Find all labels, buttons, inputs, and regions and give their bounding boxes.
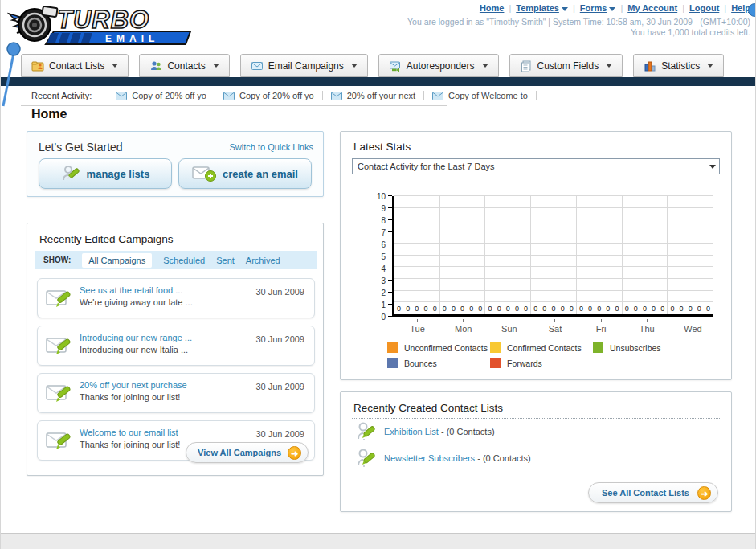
y-tick-label: 7 [381, 228, 386, 237]
campaign-title-link[interactable]: 20% off your next purchase [80, 380, 187, 390]
chart-day-column: 00000 [485, 196, 531, 314]
recent-activity-item[interactable]: Copy of 20% off yo [215, 91, 323, 100]
chevron-down-icon [213, 64, 219, 68]
campaigns-title: Recently Edited Campaigns [39, 233, 174, 245]
chart-x-axis: TueMonSunSatFriThuWed [394, 319, 716, 334]
x-tick-label: Sat [532, 324, 578, 334]
tab-contact-lists[interactable]: Contact Lists [21, 54, 129, 77]
tab-label: Contacts [167, 60, 205, 72]
chart-day-column: 00000 [668, 196, 713, 314]
gridline [394, 301, 713, 302]
envelope-icon [116, 92, 127, 100]
see-all-contact-lists-button[interactable]: See All Contact Lists ➜ [588, 482, 718, 503]
chart-y-axis: 012345678910 [371, 196, 392, 317]
legend-swatch [490, 342, 501, 353]
campaign-title-link[interactable]: See us at the retail food ... [80, 285, 193, 295]
nav-link-home[interactable]: Home [480, 3, 505, 13]
tab-label: Autoresponders [407, 60, 475, 72]
x-tick-cell: Sun [486, 319, 532, 334]
chevron-down-icon [112, 64, 118, 68]
campaign-title-link[interactable]: Welcome to our email list [80, 428, 180, 437]
chevron-down-icon [707, 64, 713, 68]
nav-link-forms[interactable]: Forms [580, 3, 607, 13]
recent-activity-item[interactable]: Copy of Welcome to [424, 91, 537, 100]
data-value-labels: 00000 [577, 305, 622, 313]
contact-list-link[interactable]: Newsletter Subscribers [384, 453, 475, 463]
campaign-title-link[interactable]: Introducing our new range ... [80, 333, 192, 342]
footer-strip [1, 533, 755, 549]
nav-link-templates[interactable]: Templates [516, 3, 559, 13]
divider [21, 105, 447, 106]
chevron-down-icon [606, 64, 612, 68]
custom-fields-icon [520, 59, 533, 72]
person-pencil-icon [61, 164, 80, 183]
campaign-list: See us at the retail food ... We're givi… [37, 278, 315, 468]
tab-email-campaigns[interactable]: Email Campaigns [240, 54, 368, 77]
chevron-down-icon [562, 7, 568, 11]
recent-activity-item[interactable]: 20% off your next [323, 91, 424, 100]
tab-statistics[interactable]: Statistics [633, 54, 724, 77]
nav-link-logout[interactable]: Logout [689, 3, 719, 13]
chart-plot: 00000000000000000000000000000000000 [392, 196, 713, 317]
envelope-edit-icon [46, 431, 72, 452]
tab-contacts[interactable]: Contacts [139, 54, 229, 77]
campaign-subtitle: We're giving away our late ... [80, 297, 193, 307]
data-value-labels: 00000 [531, 305, 576, 313]
page-title: Home [31, 107, 67, 121]
stats-period-select[interactable]: Contact Activity for the Last 7 Days [352, 158, 720, 174]
view-all-campaigns-button[interactable]: View All Campaigns ➜ [186, 442, 309, 463]
campaign-card[interactable]: See us at the retail food ... We're givi… [37, 278, 315, 318]
gridline [394, 278, 713, 279]
tab-custom-fields[interactable]: Custom Fields [509, 54, 623, 77]
chevron-down-icon [482, 64, 488, 68]
manage-lists-button[interactable]: manage lists [39, 158, 172, 189]
filter-all-campaigns[interactable]: All Campaigns [82, 253, 152, 268]
person-pencil-icon [357, 448, 376, 469]
x-tick-cell: Tue [394, 319, 440, 334]
gridline [394, 255, 713, 256]
legend-item: Confirmed Contacts [490, 342, 593, 353]
campaigns-filter-bar: SHOW: All Campaigns Scheduled Sent Archi… [35, 251, 317, 269]
tab-autoresponders[interactable]: Autoresponders [378, 54, 499, 77]
contact-activity-chart: 012345678910 000000000000000000000000000… [371, 196, 715, 345]
contact-lists-title: Recently Created Contact Lists [353, 402, 503, 414]
chart-legend: Unconfirmed Contacts Confirmed Contacts … [387, 342, 709, 368]
envelope-edit-icon [46, 336, 72, 357]
data-value-labels: 00000 [394, 305, 439, 313]
switch-quick-links-link[interactable]: Switch to Quick Links [229, 142, 313, 152]
recent-activity-text: Copy of 20% off yo [132, 91, 206, 100]
y-tick-label: 1 [381, 301, 386, 309]
x-tick-cell: Fri [578, 319, 624, 334]
tab-label: Contact Lists [49, 60, 104, 72]
filter-sent[interactable]: Sent [216, 256, 235, 265]
envelope-icon [432, 92, 443, 100]
tab-label: Custom Fields [537, 60, 599, 72]
login-status-text: You are logged in as "Timothy Smith" | S… [407, 17, 750, 27]
button-label: manage lists [87, 168, 150, 180]
contact-list-item[interactable]: Exhibition List - (0 Contacts) [352, 419, 720, 445]
recent-activity-item[interactable]: Copy of 20% off yo [108, 91, 215, 100]
contact-list-link[interactable]: Exhibition List [384, 427, 439, 436]
gridline [394, 290, 713, 291]
campaigns-panel: Recently Edited Campaigns SHOW: All Camp… [27, 223, 324, 476]
x-tick-label: Thu [624, 324, 670, 334]
select-value: Contact Activity for the Last 7 Days [358, 162, 495, 171]
recent-activity-text: 20% off your next [347, 91, 415, 100]
logo-word-email: EMAIL [105, 33, 159, 44]
legend-label: Confirmed Contacts [507, 343, 582, 353]
nav-link-my-account[interactable]: My Account [627, 3, 677, 13]
campaign-date: 30 Jun 2009 [255, 287, 304, 297]
campaign-card[interactable]: Introducing our new range ... Introducin… [37, 326, 315, 366]
filter-archived[interactable]: Archived [246, 256, 280, 265]
gridline [394, 266, 713, 267]
campaign-date: 30 Jun 2009 [255, 429, 304, 439]
y-tick-label: 5 [381, 252, 386, 261]
create-email-button[interactable]: create an email [178, 158, 312, 189]
legend-swatch [387, 358, 398, 368]
contact-list-item[interactable]: Newsletter Subscribers - (0 Contacts) [352, 445, 720, 471]
credits-text: You have 1,000 total credits left. [631, 27, 750, 37]
campaign-card[interactable]: 20% off your next purchase Thanks for jo… [37, 373, 315, 413]
person-pencil-icon [357, 421, 376, 442]
filter-scheduled[interactable]: Scheduled [163, 256, 205, 265]
chart-day-column: 00000 [440, 196, 486, 314]
